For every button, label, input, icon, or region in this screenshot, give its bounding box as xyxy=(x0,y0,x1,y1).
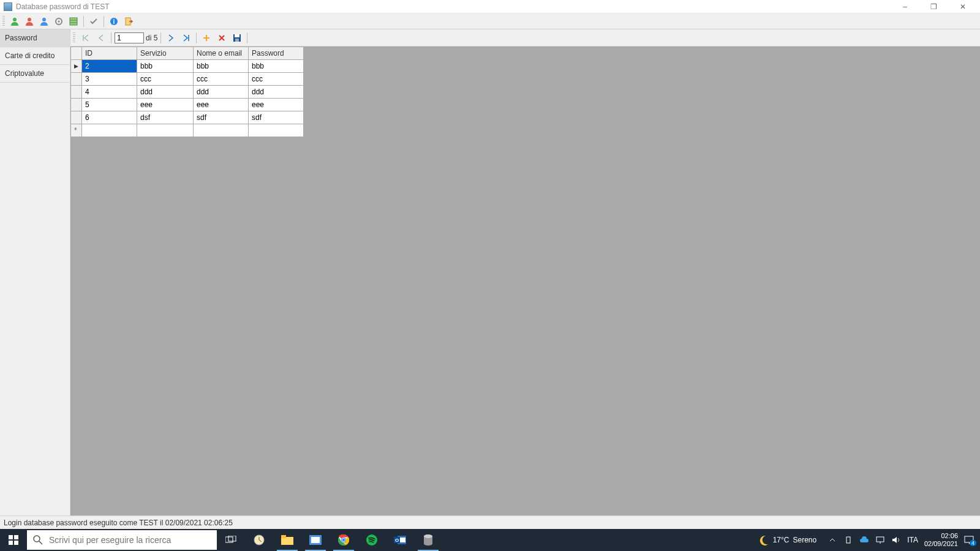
nav-add-button[interactable] xyxy=(200,31,213,45)
taskbar-app-explorer[interactable] xyxy=(273,529,301,551)
table-row[interactable]: 6dsfsdfsdf xyxy=(71,111,304,124)
exit-icon[interactable] xyxy=(122,15,135,28)
weather-widget[interactable]: 17°C Sereno xyxy=(758,534,817,545)
row-marker: ▶ xyxy=(71,60,82,73)
search-icon xyxy=(33,535,43,545)
tray-clock[interactable]: 02:06 02/09/2021 xyxy=(924,532,958,548)
tray-usb-icon[interactable] xyxy=(843,535,853,545)
nav-prev-button[interactable] xyxy=(94,31,108,45)
sidebar: Password Carte di credito Criptovalute xyxy=(0,29,70,515)
table-row[interactable]: 3ccccccccc xyxy=(71,73,304,86)
taskbar-search[interactable] xyxy=(27,530,217,550)
cell-nome[interactable]: ccc xyxy=(194,73,249,86)
svg-rect-15 xyxy=(14,535,18,539)
user-blue-icon[interactable] xyxy=(37,15,51,28)
col-header-nome[interactable]: Nome o email xyxy=(194,47,249,60)
cell-password[interactable]: bbb xyxy=(249,60,304,73)
table-icon[interactable] xyxy=(67,15,80,28)
table-row[interactable]: 5eeeeeeeee xyxy=(71,99,304,111)
cell-password[interactable]: ccc xyxy=(249,73,304,86)
svg-rect-5 xyxy=(70,18,77,25)
svg-point-4 xyxy=(58,20,60,22)
cell-id[interactable]: 3 xyxy=(82,73,137,86)
taskbar-app-settings[interactable] xyxy=(301,529,330,551)
cell-id[interactable]: 5 xyxy=(82,99,137,111)
content-area: di 5 ID Servizio Nome o email Password xyxy=(70,29,980,515)
col-header-id[interactable]: ID xyxy=(82,47,137,60)
cell-nome[interactable]: ddd xyxy=(194,86,249,99)
start-button[interactable] xyxy=(0,529,27,551)
close-button[interactable]: ✕ xyxy=(949,1,976,13)
cell-nome[interactable]: sdf xyxy=(194,111,249,124)
cell-empty[interactable] xyxy=(249,124,304,137)
cell-empty[interactable] xyxy=(82,124,137,137)
sidebar-item-cripto[interactable]: Criptovalute xyxy=(0,65,70,83)
tray-volume-icon[interactable] xyxy=(891,535,901,545)
row-marker xyxy=(71,99,82,111)
taskbar-search-input[interactable] xyxy=(49,535,211,545)
nav-delete-button[interactable] xyxy=(215,31,228,45)
cell-id[interactable]: 6 xyxy=(82,111,137,124)
task-view-button[interactable] xyxy=(217,529,245,551)
nav-position-input[interactable] xyxy=(115,32,144,43)
check-icon[interactable] xyxy=(87,15,100,28)
row-marker xyxy=(71,86,82,99)
info-icon[interactable]: i xyxy=(107,15,121,28)
nav-next-button[interactable] xyxy=(164,31,178,45)
toolbar-separator xyxy=(104,16,104,27)
windows-taskbar: O 17°C Sereno ITA 02:06 02/09/2021 xyxy=(0,529,980,551)
cell-password[interactable]: ddd xyxy=(249,86,304,99)
tray-network-icon[interactable] xyxy=(875,535,885,545)
nav-separator xyxy=(160,32,161,43)
taskbar-app-chrome[interactable] xyxy=(330,529,358,551)
tray-language[interactable]: ITA xyxy=(907,536,918,544)
table-row[interactable]: 4ddddddddd xyxy=(71,86,304,99)
nav-last-button[interactable] xyxy=(179,31,193,45)
window-title: Database password di TEST xyxy=(16,2,891,11)
cell-servizio[interactable]: bbb xyxy=(137,60,194,73)
status-text: Login database password eseguito come TE… xyxy=(4,519,233,527)
taskbar-app-clock[interactable] xyxy=(245,529,273,551)
nav-save-button[interactable] xyxy=(230,31,244,45)
taskbar-app-spotify[interactable] xyxy=(358,529,386,551)
table-row[interactable]: ▶2bbbbbbbbb xyxy=(71,60,304,73)
nav-grip xyxy=(73,32,75,43)
cell-password[interactable]: eee xyxy=(249,99,304,111)
col-header-password[interactable]: Password xyxy=(249,47,304,60)
cell-servizio[interactable]: dsf xyxy=(137,111,194,124)
cell-servizio[interactable]: ddd xyxy=(137,86,194,99)
tray-notifications-icon[interactable] xyxy=(964,535,974,545)
svg-point-0 xyxy=(13,18,17,21)
svg-rect-13 xyxy=(235,39,239,42)
cell-empty[interactable] xyxy=(137,124,194,137)
col-header-servizio[interactable]: Servizio xyxy=(137,47,194,60)
user-red-icon[interactable] xyxy=(23,15,36,28)
toolbar-separator xyxy=(83,16,84,27)
svg-point-30 xyxy=(342,539,345,542)
sidebar-item-carte[interactable]: Carte di credito xyxy=(0,47,70,65)
table-new-row[interactable]: * xyxy=(71,124,304,137)
gear-icon[interactable] xyxy=(52,15,66,28)
cell-password[interactable]: sdf xyxy=(249,111,304,124)
cell-servizio[interactable]: eee xyxy=(137,99,194,111)
tray-cloud-icon[interactable] xyxy=(859,535,869,545)
svg-rect-14 xyxy=(9,535,13,539)
row-marker xyxy=(71,111,82,124)
weather-temp: 17°C xyxy=(773,536,790,544)
taskbar-app-outlook[interactable]: O xyxy=(386,529,414,551)
maximize-button[interactable]: ❐ xyxy=(920,1,948,13)
cell-nome[interactable]: bbb xyxy=(194,60,249,73)
taskbar-app-database[interactable] xyxy=(414,529,442,551)
data-grid[interactable]: ID Servizio Nome o email Password ▶2bbbb… xyxy=(70,47,304,137)
tray-chevron-up-icon[interactable] xyxy=(827,535,837,545)
nav-first-button[interactable] xyxy=(79,31,92,45)
sidebar-item-password[interactable]: Password xyxy=(0,29,70,47)
svg-line-19 xyxy=(39,541,42,544)
minimize-button[interactable]: – xyxy=(891,1,919,13)
cell-servizio[interactable]: ccc xyxy=(137,73,194,86)
user-green-icon[interactable] xyxy=(8,15,21,28)
cell-id[interactable]: 4 xyxy=(82,86,137,99)
cell-nome[interactable]: eee xyxy=(194,99,249,111)
cell-id[interactable]: 2 xyxy=(82,60,137,73)
cell-empty[interactable] xyxy=(194,124,249,137)
